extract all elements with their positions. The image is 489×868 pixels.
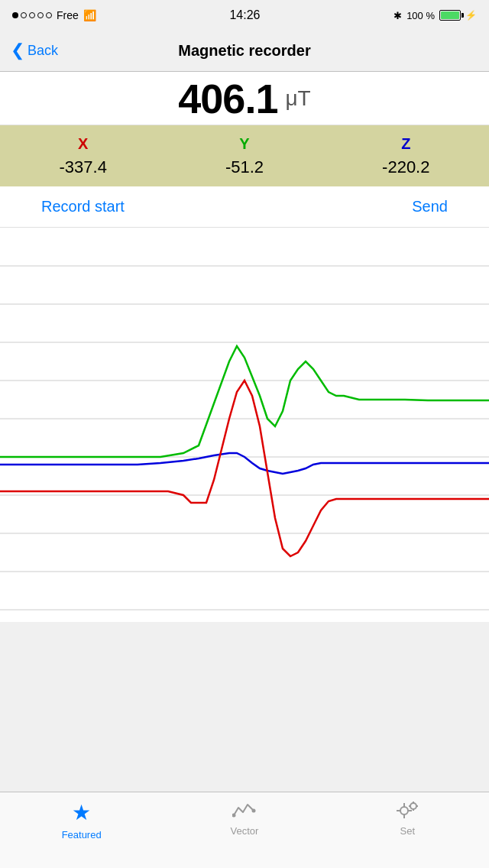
svg-point-13 xyxy=(410,803,416,809)
star-icon: ★ xyxy=(72,800,91,825)
chart-svg xyxy=(0,228,489,622)
back-chevron-icon: ❮ xyxy=(11,40,24,60)
green-line xyxy=(0,346,489,457)
svg-point-11 xyxy=(251,809,255,813)
svg-point-12 xyxy=(400,807,408,815)
xyz-y-col: Y -51.2 xyxy=(225,135,264,177)
wifi-icon: 📶 xyxy=(83,9,96,21)
xyz-x-value: -337.4 xyxy=(60,157,107,177)
xyz-y-label: Y xyxy=(239,135,249,153)
xyz-z-col: Z -220.2 xyxy=(382,135,429,177)
tab-set-label: Set xyxy=(400,825,416,837)
tab-featured[interactable]: ★ Featured xyxy=(28,800,135,840)
dot-2 xyxy=(21,12,27,18)
status-right: ✱ 100 % ⚡ xyxy=(393,10,477,21)
red-line xyxy=(0,381,489,556)
back-label[interactable]: Back xyxy=(28,43,58,59)
send-button[interactable]: Send xyxy=(412,198,448,215)
xyz-z-value: -220.2 xyxy=(382,157,429,177)
record-start-button[interactable]: Record start xyxy=(41,198,125,215)
tab-bar: ★ Featured Vector Set xyxy=(0,792,489,868)
dot-3 xyxy=(29,12,35,18)
main-value-number: 406.1 xyxy=(178,75,277,122)
dot-1 xyxy=(12,12,18,18)
carrier-label: Free xyxy=(57,9,79,21)
status-bar: Free 📶 14:26 ✱ 100 % ⚡ xyxy=(0,0,489,31)
tab-set[interactable]: Set xyxy=(354,800,461,837)
battery-container xyxy=(439,10,461,21)
page-title: Magnetic recorder xyxy=(178,42,310,60)
xyz-x-col: X -337.4 xyxy=(60,135,107,177)
dot-5 xyxy=(46,12,52,18)
signal-dots xyxy=(12,12,52,18)
xyz-x-label: X xyxy=(78,135,88,153)
main-value-section: 406.1 μT xyxy=(0,72,489,125)
main-value-unit: μT xyxy=(285,86,310,111)
bluetooth-icon: ✱ xyxy=(393,10,402,21)
settings-icon xyxy=(393,800,421,821)
dot-4 xyxy=(37,12,44,18)
status-left: Free 📶 xyxy=(12,9,96,21)
battery-fill xyxy=(441,11,459,19)
battery-label: 100 % xyxy=(406,10,435,21)
tab-vector[interactable]: Vector xyxy=(191,800,298,837)
tab-featured-label: Featured xyxy=(62,829,102,840)
status-time: 14:26 xyxy=(229,8,260,22)
nav-bar: ❮ Back Magnetic recorder xyxy=(0,31,489,72)
tab-vector-label: Vector xyxy=(231,825,259,837)
back-button[interactable]: ❮ Back xyxy=(11,42,58,60)
xyz-panel: X -337.4 Y -51.2 Z -220.2 xyxy=(0,125,489,186)
battery-box xyxy=(439,10,461,21)
charging-icon: ⚡ xyxy=(465,10,477,21)
actions-row: Record start Send xyxy=(0,186,489,228)
vector-icon xyxy=(232,800,257,821)
xyz-y-value: -51.2 xyxy=(225,157,264,177)
chart-area xyxy=(0,228,489,622)
xyz-z-label: Z xyxy=(401,135,410,153)
